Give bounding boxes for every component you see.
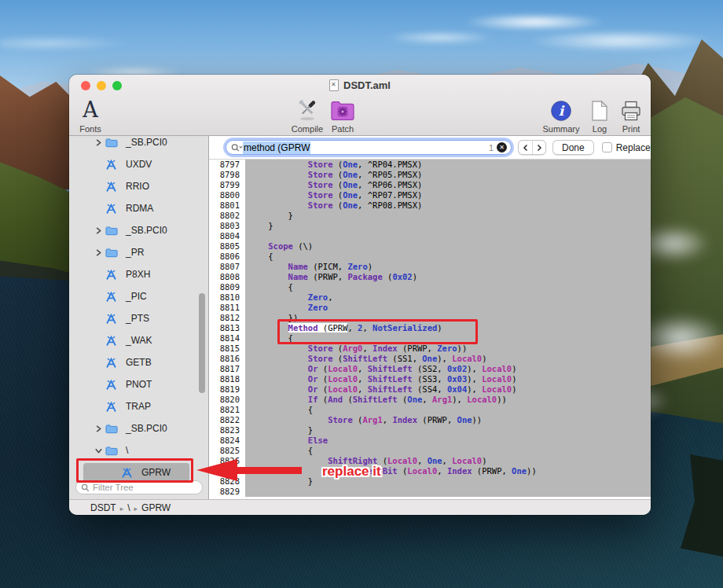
disclosure-right-icon[interactable] — [94, 248, 105, 257]
close-button[interactable] — [81, 81, 90, 90]
line-number: 8801 — [209, 200, 245, 211]
code-line[interactable]: 8808 Name (PRWP, Package (0x02) — [209, 272, 651, 282]
find-next-button[interactable] — [532, 141, 545, 154]
line-number: 8824 — [209, 435, 245, 446]
sidebar-item-sbpci0[interactable]: _SB.PCI0 — [69, 219, 208, 241]
code-line[interactable]: 8800 Store (One, ^RP07.PMSX) — [209, 190, 651, 200]
document-icon — [329, 79, 339, 91]
code-line[interactable]: 8815 Store (Arg0, Index (PRWP, Zero)) — [209, 344, 651, 354]
code-line[interactable]: 8807 Name (PICM, Zero) — [209, 262, 651, 272]
disclosure-right-icon[interactable] — [94, 226, 105, 235]
code-line[interactable]: 8805 Scope (\) — [209, 241, 651, 252]
done-button[interactable]: Done — [552, 140, 594, 155]
code-line[interactable]: 8816 Store (ShiftLeft (SS1, One), Local0… — [209, 354, 651, 364]
disclosure-down-icon[interactable] — [94, 447, 105, 454]
code-line[interactable]: 8823 } — [209, 425, 651, 435]
sidebar-item-pr[interactable]: _PR — [69, 241, 208, 263]
sidebar-item-pts[interactable]: _PTS — [69, 307, 208, 329]
line-number: 8820 — [209, 395, 245, 405]
clear-search-icon[interactable]: ✕ — [497, 142, 507, 153]
minimize-button[interactable] — [97, 81, 106, 90]
code-text: Or (Local0, ShiftLeft (SS2, 0x02), Local… — [245, 364, 651, 374]
sidebar-item-p8xh[interactable]: P8XH — [69, 263, 208, 285]
code-text: Zero — [245, 303, 651, 313]
sidebar-item-pic[interactable]: _PIC — [69, 285, 208, 307]
line-number: 8812 — [209, 313, 245, 323]
code-line[interactable]: 8811 Zero — [209, 303, 651, 313]
find-previous-button[interactable] — [519, 141, 532, 154]
code-line[interactable]: 8802 } — [209, 211, 651, 221]
sidebar-item-pnot[interactable]: PNOT — [69, 373, 208, 395]
sidebar-item-sbpci0[interactable]: _SB.PCI0 — [69, 136, 208, 153]
search-input[interactable]: method (GPRW 1 ✕ — [226, 140, 512, 155]
code-line[interactable]: 8806 { — [209, 252, 651, 262]
sidebar-item-rdma[interactable]: RDMA — [69, 197, 208, 219]
title-bar[interactable]: DSDT.aml — [69, 75, 651, 95]
code-line[interactable]: 8804 — [209, 231, 651, 241]
print-button[interactable]: Print — [615, 97, 648, 134]
sidebar-item-getb[interactable]: GETB — [69, 351, 208, 373]
line-number: 8804 — [209, 231, 245, 241]
code-line[interactable]: 8824 Else — [209, 435, 651, 446]
code-line[interactable]: 8810 Zero, — [209, 292, 651, 303]
breadcrumb-item[interactable]: DSDT — [90, 502, 116, 513]
code-line[interactable]: 8829 — [209, 487, 651, 497]
breadcrumb-item[interactable]: \ — [127, 502, 130, 513]
disclosure-right-icon[interactable] — [94, 424, 105, 433]
zoom-button[interactable] — [112, 81, 122, 90]
code-line[interactable]: 8799 Store (One, ^RP06.PMSX) — [209, 180, 651, 190]
code-line[interactable]: 8801 Store (One, ^RP08.PMSX) — [209, 200, 651, 211]
code-line[interactable]: 8798 Store (One, ^RP05.PMSX) — [209, 170, 651, 180]
code-line[interactable]: 8822 Store (Arg1, Index (PRWP, One)) — [209, 415, 651, 425]
patch-button[interactable]: Patch — [322, 97, 363, 134]
chevron-right-icon — [536, 144, 542, 152]
search-menu-icon[interactable] — [231, 143, 243, 153]
code-line[interactable]: 8820 If (And (ShiftLeft (One, Arg1), Loc… — [209, 395, 651, 405]
code-line[interactable]: 8825 { — [209, 446, 651, 456]
code-line[interactable]: 8817 Or (Local0, ShiftLeft (SS2, 0x02), … — [209, 364, 651, 374]
disclosure-right-icon[interactable] — [94, 138, 105, 147]
code-text: { — [245, 282, 651, 292]
sidebar-item-label: _PIC — [126, 291, 147, 302]
folder-icon — [105, 422, 119, 435]
code-line[interactable]: 8826 ShiftRight (Local0, One, Local0) — [209, 456, 651, 466]
code-line[interactable]: 8821 { — [209, 405, 651, 415]
line-number: 8805 — [209, 241, 245, 252]
code-line[interactable]: 8828 } — [209, 476, 651, 487]
breadcrumb-item[interactable]: GPRW — [141, 502, 171, 513]
code-line[interactable]: 8797 Store (One, ^RP04.PMSX) — [209, 160, 651, 170]
sidebar-item-sbpci0[interactable]: _SB.PCI0 — [69, 417, 208, 439]
sidebar-item-uxdv[interactable]: UXDV — [69, 153, 208, 175]
code-line[interactable]: 8818 Or (Local0, ShiftLeft (SS3, 0x03), … — [209, 374, 651, 384]
sidebar-item-label: \ — [126, 445, 128, 456]
code-line[interactable]: 8809 { — [209, 282, 651, 292]
replace-label: Replace — [616, 142, 651, 153]
fonts-icon: A — [83, 98, 98, 122]
code-line[interactable]: 8803 } — [209, 221, 651, 231]
search-icon — [81, 483, 90, 492]
code-line[interactable]: 8819 Or (Local0, ShiftLeft (SS4, 0x04), … — [209, 384, 651, 395]
annotation-box-sidebar-gprw — [76, 458, 193, 483]
summary-button[interactable]: i Summary — [537, 97, 585, 134]
replace-toggle[interactable]: Replace — [602, 142, 651, 153]
code-text: Or (Local0, ShiftLeft (SS3, 0x03), Local… — [245, 374, 651, 384]
sidebar-item-rrio[interactable]: RRIO — [69, 175, 208, 197]
find-bar: method (GPRW 1 ✕ Done Replace — [209, 136, 651, 160]
code-text: } — [245, 476, 651, 487]
replace-checkbox[interactable] — [602, 142, 612, 153]
fonts-button[interactable]: A Fonts — [72, 97, 108, 134]
print-icon — [615, 97, 648, 122]
sidebar-item-trap[interactable]: TRAP — [69, 395, 208, 417]
symbol-tree: _SB.PCI0UXDVRRIORDMA_SB.PCI0_PRP8XH_PIC_… — [69, 136, 208, 482]
line-number: 8822 — [209, 415, 245, 425]
code-text: FindSetLeftBit (Local0, Index (PRWP, One… — [245, 466, 651, 476]
search-query-text: method (GPRW — [243, 141, 310, 154]
sidebar-scrollbar-thumb[interactable] — [199, 293, 205, 393]
line-number: 8815 — [209, 344, 245, 354]
sidebar-item-wak[interactable]: _WAK — [69, 329, 208, 351]
match-count: 1 — [489, 143, 494, 153]
log-button[interactable]: Log — [583, 97, 616, 134]
editor-pane: method (GPRW 1 ✕ Done Replace 8797 Store — [209, 136, 651, 499]
line-number: 8803 — [209, 221, 245, 231]
window-chrome: DSDT.aml A Fonts — [69, 75, 651, 136]
